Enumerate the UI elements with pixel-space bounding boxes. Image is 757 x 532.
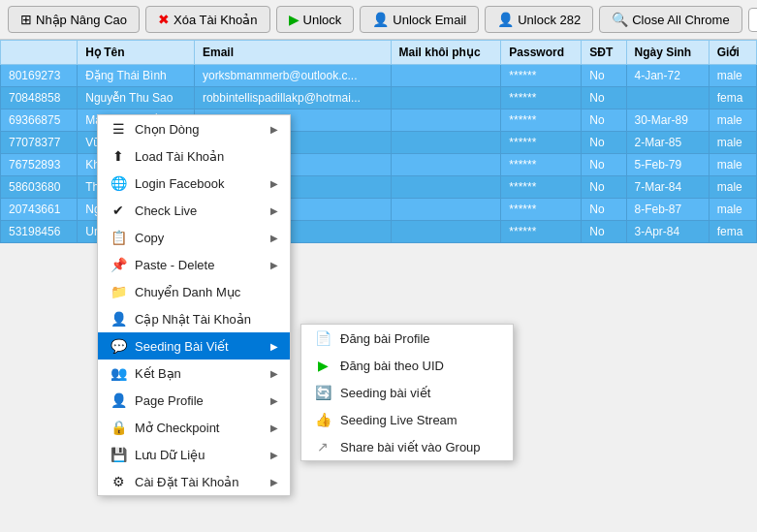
menu-item-chon_dong[interactable]: ☰ Chọn Dòng ▶ bbox=[98, 115, 290, 142]
cell-sdt: No bbox=[582, 65, 626, 87]
submenu-arrow: ▶ bbox=[270, 368, 278, 379]
cai_dat_tai_khoan-label: Cài Đặt Tài Khoản bbox=[135, 475, 239, 489]
cell-name: Đặng Thái Bình bbox=[78, 65, 195, 87]
cell-sdt: No bbox=[582, 221, 626, 243]
menu-item-paste_delete[interactable]: 📌 Paste - Delete ▶ bbox=[98, 251, 290, 278]
cell-mail-restore bbox=[391, 87, 501, 110]
cell-password: ****** bbox=[501, 132, 582, 154]
col-email: Email bbox=[194, 41, 391, 65]
unlock-button[interactable]: ▶ Unlock bbox=[276, 6, 355, 33]
col-id bbox=[1, 41, 78, 65]
cell-ngay-sinh bbox=[626, 87, 709, 110]
cell-sdt: No bbox=[582, 176, 626, 199]
close-all-chrome-label: Close All Chrome bbox=[632, 13, 729, 27]
xoa-tai-khoan-button[interactable]: ✖ Xóa Tài Khoản bbox=[145, 6, 270, 33]
cell-ngay-sinh: 4-Jan-72 bbox=[626, 65, 709, 87]
menu-item-luu_du_lieu[interactable]: 💾 Lưu Dữ Liệu ▶ bbox=[98, 441, 290, 468]
submenu-arrow: ▶ bbox=[270, 450, 278, 460]
cell-password: ****** bbox=[501, 65, 582, 87]
unlock-email-label: Unlock Email bbox=[393, 13, 466, 27]
seeding_live_stream-icon: 👍 bbox=[313, 412, 332, 427]
chuyen_danh_muc-icon: 📁 bbox=[110, 284, 127, 299]
cell-gioi: male bbox=[709, 199, 756, 221]
cell-gioi: male bbox=[709, 154, 756, 176]
cell-sdt: No bbox=[582, 154, 626, 176]
cell-sdt: No bbox=[582, 87, 626, 110]
menu-item-page_profile[interactable]: 👤 Page Profile ▶ bbox=[98, 387, 290, 414]
search-box: 🔍 bbox=[748, 8, 757, 32]
submenu-item-seeding_live_stream[interactable]: 👍 Seeding Live Stream bbox=[301, 406, 513, 433]
submenu-arrow: ▶ bbox=[270, 260, 278, 270]
cell-sdt: No bbox=[582, 132, 626, 154]
cell-password: ****** bbox=[501, 176, 582, 199]
luu_du_lieu-icon: 💾 bbox=[110, 447, 127, 462]
cai_dat_tai_khoan-icon: ⚙ bbox=[110, 474, 127, 489]
login_facebook-icon: 🌐 bbox=[110, 175, 127, 191]
seeding-submenu: 📄 Đăng bài Profile ▶ Đăng bài theo UID 🔄… bbox=[300, 324, 514, 461]
submenu-item-seeding_bai_viet_sub[interactable]: 🔄 Seeding bài viết bbox=[301, 379, 513, 406]
col-password: Password bbox=[501, 41, 582, 65]
cell-gioi: male bbox=[709, 176, 756, 199]
cell-gioi: fema bbox=[709, 221, 756, 243]
col-sdt: SĐT bbox=[582, 41, 626, 65]
seeding_bai_viet-icon: 💬 bbox=[110, 338, 127, 354]
menu-item-login_facebook[interactable]: 🌐 Login Facebook ▶ bbox=[98, 170, 290, 197]
check_live-icon: ✔ bbox=[110, 203, 127, 218]
submenu-item-dang_bai_theo_uid[interactable]: ▶ Đăng bài theo UID bbox=[301, 352, 513, 379]
luu_du_lieu-label: Lưu Dữ Liệu bbox=[135, 448, 205, 462]
seeding_bai_viet_sub-icon: 🔄 bbox=[313, 385, 332, 400]
menu-item-mo_checkpoint[interactable]: 🔒 Mở Checkpoint ▶ bbox=[98, 414, 290, 441]
cell-id: 80169273 bbox=[1, 65, 78, 87]
menu-item-cap_nhat_tai_khoan[interactable]: 👤 Cập Nhật Tài Khoản bbox=[98, 305, 290, 332]
share_bai_viet-label: Share bài viết vào Group bbox=[340, 440, 481, 454]
cell-ngay-sinh: 2-Mar-85 bbox=[626, 132, 709, 154]
cell-ngay-sinh: 8-Feb-87 bbox=[626, 199, 709, 221]
submenu-item-share_bai_viet[interactable]: ↗ Share bài viết vào Group bbox=[301, 433, 513, 460]
cell-mail-restore bbox=[391, 154, 501, 176]
submenu-arrow: ▶ bbox=[270, 341, 278, 352]
nang-cao-icon: ⊞ bbox=[20, 12, 32, 27]
nang-cao-button[interactable]: ⊞ Nhập Nâng Cao bbox=[8, 6, 140, 33]
cell-id: 70848858 bbox=[1, 87, 78, 110]
submenu-arrow: ▶ bbox=[270, 124, 278, 135]
col-mail-khoi-phuc: Mail khôi phục bbox=[391, 41, 501, 65]
xoa-icon: ✖ bbox=[158, 12, 170, 27]
menu-item-load_tai_khoan[interactable]: ⬆ Load Tài Khoản bbox=[98, 142, 290, 170]
submenu-item-dang_bai_profile[interactable]: 📄 Đăng bài Profile bbox=[301, 325, 513, 352]
dang_bai_theo_uid-icon: ▶ bbox=[313, 358, 332, 373]
chuyen_danh_muc-label: Chuyển Danh Mục bbox=[135, 285, 240, 299]
menu-item-seeding_bai_viet[interactable]: 💬 Seeding Bài Viết ▶ bbox=[98, 332, 290, 360]
toolbar: ⊞ Nhập Nâng Cao ✖ Xóa Tài Khoản ▶ Unlock… bbox=[0, 0, 757, 40]
unlock-email-icon: 👤 bbox=[372, 12, 389, 27]
cell-gioi: fema bbox=[709, 87, 756, 110]
ket_ban-icon: 👥 bbox=[110, 365, 127, 381]
submenu-arrow: ▶ bbox=[270, 233, 278, 243]
menu-item-check_live[interactable]: ✔ Check Live ▶ bbox=[98, 197, 290, 224]
seeding_bai_viet-label: Seeding Bài Viết bbox=[135, 339, 229, 354]
cell-mail-restore bbox=[391, 199, 501, 221]
col-ngay-sinh: Ngày Sinh bbox=[626, 41, 709, 65]
menu-item-ket_ban[interactable]: 👥 Kết Bạn ▶ bbox=[98, 360, 290, 387]
cell-ngay-sinh: 5-Feb-79 bbox=[626, 154, 709, 176]
table-row[interactable]: 80169273 Đặng Thái Bình yorksbmammerb@ou… bbox=[1, 65, 757, 87]
close-all-chrome-button[interactable]: 🔍 Close All Chrome bbox=[599, 6, 741, 33]
submenu-arrow: ▶ bbox=[270, 477, 278, 487]
cell-password: ****** bbox=[501, 221, 582, 243]
cell-email: robbintellispadillakp@hotmai... bbox=[194, 87, 391, 110]
unlock-email-button[interactable]: 👤 Unlock Email bbox=[360, 6, 479, 33]
menu-item-chuyen_danh_muc[interactable]: 📁 Chuyển Danh Mục bbox=[98, 278, 290, 305]
cell-id: 58603680 bbox=[1, 176, 78, 199]
dang_bai_profile-icon: 📄 bbox=[313, 330, 332, 346]
mo_checkpoint-label: Mở Checkpoint bbox=[135, 421, 219, 435]
unlock-282-button[interactable]: 👤 Unlock 282 bbox=[485, 6, 593, 33]
table-row[interactable]: 70848858 Nguyễn Thu Sao robbintellispadi… bbox=[1, 87, 757, 110]
submenu-arrow: ▶ bbox=[270, 178, 278, 189]
cap_nhat_tai_khoan-icon: 👤 bbox=[110, 311, 127, 327]
menu-item-cai_dat_tai_khoan[interactable]: ⚙ Cài Đặt Tài Khoản ▶ bbox=[98, 468, 290, 495]
col-ho-ten: Họ Tên bbox=[78, 41, 195, 65]
cell-password: ****** bbox=[501, 110, 582, 132]
menu-item-copy[interactable]: 📋 Copy ▶ bbox=[98, 224, 290, 251]
login_facebook-label: Login Facebook bbox=[135, 176, 225, 191]
seeding_live_stream-label: Seeding Live Stream bbox=[340, 413, 457, 427]
nang-cao-label: Nhập Nâng Cao bbox=[36, 13, 127, 27]
